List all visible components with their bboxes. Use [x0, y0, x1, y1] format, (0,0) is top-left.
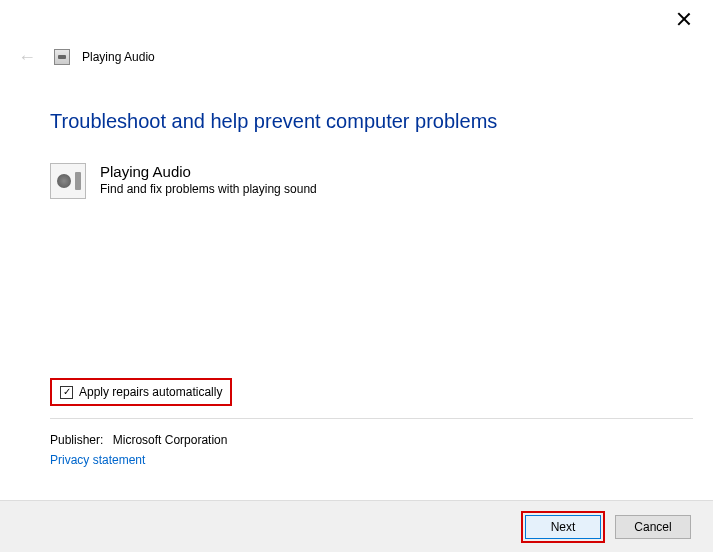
troubleshooter-icon: [54, 49, 70, 65]
page-heading: Troubleshoot and help prevent computer p…: [50, 110, 683, 133]
content-area: Troubleshoot and help prevent computer p…: [50, 110, 683, 199]
item-description: Find and fix problems with playing sound: [100, 182, 317, 196]
cancel-button[interactable]: Cancel: [615, 515, 691, 539]
close-icon[interactable]: [677, 12, 691, 26]
apply-repairs-checkbox[interactable]: Apply repairs automatically: [50, 378, 232, 406]
troubleshooter-item: Playing Audio Find and fix problems with…: [50, 163, 683, 199]
wizard-header: ← Playing Audio: [18, 48, 155, 66]
lower-section: Apply repairs automatically Publisher: M…: [50, 378, 693, 467]
checkbox-icon: [60, 386, 73, 399]
window-title: Playing Audio: [82, 50, 155, 64]
divider: [50, 418, 693, 419]
privacy-statement-link[interactable]: Privacy statement: [50, 453, 693, 467]
checkbox-label: Apply repairs automatically: [79, 385, 222, 399]
next-button[interactable]: Next: [525, 515, 601, 539]
publisher-value: Microsoft Corporation: [113, 433, 228, 447]
publisher-row: Publisher: Microsoft Corporation: [50, 433, 693, 447]
back-arrow-icon: ←: [18, 48, 42, 66]
item-title: Playing Audio: [100, 163, 317, 180]
audio-icon: [50, 163, 86, 199]
footer-bar: Next Cancel: [0, 500, 713, 552]
publisher-label: Publisher:: [50, 433, 103, 447]
next-highlight: Next: [521, 511, 605, 543]
